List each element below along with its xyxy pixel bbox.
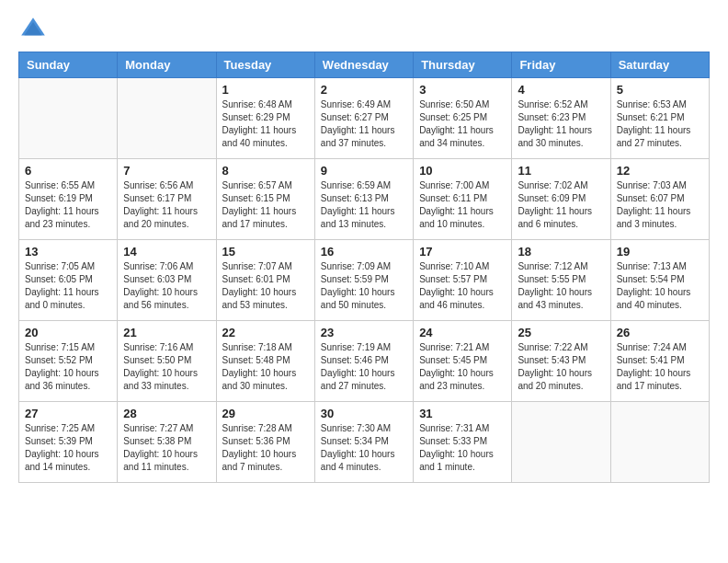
day-number: 25 bbox=[518, 326, 604, 339]
calendar-day-cell: 9Sunrise: 6:59 AM Sunset: 6:13 PM Daylig… bbox=[314, 159, 413, 240]
day-detail: Sunrise: 7:24 AM Sunset: 5:41 PM Dayligh… bbox=[617, 341, 703, 393]
calendar-day-cell: 18Sunrise: 7:12 AM Sunset: 5:55 PM Dayli… bbox=[512, 240, 610, 321]
calendar-day-cell: 7Sunrise: 6:56 AM Sunset: 6:17 PM Daylig… bbox=[118, 159, 216, 240]
calendar-day-cell: 14Sunrise: 7:06 AM Sunset: 6:03 PM Dayli… bbox=[118, 240, 216, 321]
day-number: 8 bbox=[222, 164, 309, 178]
day-number: 19 bbox=[617, 245, 703, 259]
logo-icon bbox=[18, 15, 48, 44]
day-number: 10 bbox=[419, 164, 506, 178]
day-of-week-header: Tuesday bbox=[216, 52, 314, 78]
calendar-day-cell: 10Sunrise: 7:00 AM Sunset: 6:11 PM Dayli… bbox=[414, 159, 512, 240]
day-number: 26 bbox=[617, 326, 703, 339]
day-number: 30 bbox=[321, 407, 407, 420]
day-number: 13 bbox=[25, 245, 111, 259]
day-detail: Sunrise: 6:50 AM Sunset: 6:25 PM Dayligh… bbox=[419, 98, 506, 150]
day-detail: Sunrise: 7:15 AM Sunset: 5:52 PM Dayligh… bbox=[25, 341, 111, 393]
day-number: 29 bbox=[222, 407, 309, 420]
calendar-day-cell: 26Sunrise: 7:24 AM Sunset: 5:41 PM Dayli… bbox=[610, 321, 709, 402]
day-of-week-header: Saturday bbox=[610, 52, 709, 78]
day-number: 21 bbox=[123, 326, 210, 339]
calendar-day-cell: 22Sunrise: 7:18 AM Sunset: 5:48 PM Dayli… bbox=[216, 321, 314, 402]
day-number: 14 bbox=[123, 245, 210, 259]
day-number: 5 bbox=[617, 83, 703, 97]
day-number: 17 bbox=[419, 245, 506, 259]
day-number: 3 bbox=[419, 83, 506, 97]
day-detail: Sunrise: 7:21 AM Sunset: 5:45 PM Dayligh… bbox=[419, 341, 506, 393]
day-detail: Sunrise: 7:30 AM Sunset: 5:34 PM Dayligh… bbox=[321, 422, 407, 474]
calendar-week-row: 6Sunrise: 6:55 AM Sunset: 6:19 PM Daylig… bbox=[19, 159, 710, 240]
day-number: 6 bbox=[25, 164, 111, 178]
day-detail: Sunrise: 7:22 AM Sunset: 5:43 PM Dayligh… bbox=[518, 341, 604, 393]
day-number: 4 bbox=[518, 83, 604, 97]
calendar-day-cell: 4Sunrise: 6:52 AM Sunset: 6:23 PM Daylig… bbox=[512, 78, 610, 159]
calendar-day-cell: 20Sunrise: 7:15 AM Sunset: 5:52 PM Dayli… bbox=[19, 321, 118, 402]
day-detail: Sunrise: 7:02 AM Sunset: 6:09 PM Dayligh… bbox=[518, 179, 604, 231]
day-detail: Sunrise: 7:19 AM Sunset: 5:46 PM Dayligh… bbox=[321, 341, 407, 393]
day-of-week-header: Friday bbox=[512, 52, 610, 78]
calendar-week-row: 27Sunrise: 7:25 AM Sunset: 5:39 PM Dayli… bbox=[19, 402, 710, 483]
calendar-table: SundayMondayTuesdayWednesdayThursdayFrid… bbox=[18, 52, 710, 483]
calendar-day-cell: 3Sunrise: 6:50 AM Sunset: 6:25 PM Daylig… bbox=[414, 78, 512, 159]
day-detail: Sunrise: 7:18 AM Sunset: 5:48 PM Dayligh… bbox=[222, 341, 309, 393]
day-detail: Sunrise: 7:06 AM Sunset: 6:03 PM Dayligh… bbox=[123, 260, 210, 312]
day-number: 23 bbox=[321, 326, 407, 339]
day-number: 31 bbox=[419, 407, 506, 420]
logo bbox=[18, 15, 51, 44]
day-detail: Sunrise: 6:57 AM Sunset: 6:15 PM Dayligh… bbox=[222, 179, 309, 231]
calendar-week-row: 13Sunrise: 7:05 AM Sunset: 6:05 PM Dayli… bbox=[19, 240, 710, 321]
day-detail: Sunrise: 7:31 AM Sunset: 5:33 PM Dayligh… bbox=[419, 422, 506, 474]
calendar-day-cell: 27Sunrise: 7:25 AM Sunset: 5:39 PM Dayli… bbox=[19, 402, 118, 483]
calendar-day-cell: 12Sunrise: 7:03 AM Sunset: 6:07 PM Dayli… bbox=[610, 159, 709, 240]
calendar-day-cell: 31Sunrise: 7:31 AM Sunset: 5:33 PM Dayli… bbox=[414, 402, 512, 483]
calendar-day-cell: 30Sunrise: 7:30 AM Sunset: 5:34 PM Dayli… bbox=[314, 402, 413, 483]
day-detail: Sunrise: 7:27 AM Sunset: 5:38 PM Dayligh… bbox=[123, 422, 210, 474]
day-detail: Sunrise: 6:55 AM Sunset: 6:19 PM Dayligh… bbox=[25, 179, 111, 231]
calendar-header-row: SundayMondayTuesdayWednesdayThursdayFrid… bbox=[19, 52, 710, 78]
day-number: 9 bbox=[321, 164, 407, 178]
calendar-day-cell: 25Sunrise: 7:22 AM Sunset: 5:43 PM Dayli… bbox=[512, 321, 610, 402]
day-number: 18 bbox=[518, 245, 604, 259]
day-number: 15 bbox=[222, 245, 309, 259]
calendar-day-cell bbox=[118, 78, 216, 159]
calendar-day-cell: 8Sunrise: 6:57 AM Sunset: 6:15 PM Daylig… bbox=[216, 159, 314, 240]
calendar-day-cell bbox=[610, 402, 709, 483]
calendar-day-cell: 1Sunrise: 6:48 AM Sunset: 6:29 PM Daylig… bbox=[216, 78, 314, 159]
calendar-day-cell: 29Sunrise: 7:28 AM Sunset: 5:36 PM Dayli… bbox=[216, 402, 314, 483]
calendar-day-cell: 5Sunrise: 6:53 AM Sunset: 6:21 PM Daylig… bbox=[610, 78, 709, 159]
calendar-day-cell: 23Sunrise: 7:19 AM Sunset: 5:46 PM Dayli… bbox=[314, 321, 413, 402]
calendar-day-cell: 21Sunrise: 7:16 AM Sunset: 5:50 PM Dayli… bbox=[118, 321, 216, 402]
day-number: 12 bbox=[617, 164, 703, 178]
calendar-day-cell bbox=[19, 78, 118, 159]
day-detail: Sunrise: 7:05 AM Sunset: 6:05 PM Dayligh… bbox=[25, 260, 111, 312]
calendar-day-cell: 6Sunrise: 6:55 AM Sunset: 6:19 PM Daylig… bbox=[19, 159, 118, 240]
calendar-day-cell: 13Sunrise: 7:05 AM Sunset: 6:05 PM Dayli… bbox=[19, 240, 118, 321]
day-number: 27 bbox=[25, 407, 111, 420]
day-detail: Sunrise: 6:48 AM Sunset: 6:29 PM Dayligh… bbox=[222, 98, 309, 150]
day-detail: Sunrise: 7:12 AM Sunset: 5:55 PM Dayligh… bbox=[518, 260, 604, 312]
calendar-container: SundayMondayTuesdayWednesdayThursdayFrid… bbox=[0, 52, 728, 492]
day-detail: Sunrise: 7:03 AM Sunset: 6:07 PM Dayligh… bbox=[617, 179, 703, 231]
day-of-week-header: Sunday bbox=[19, 52, 118, 78]
day-of-week-header: Thursday bbox=[414, 52, 512, 78]
day-of-week-header: Monday bbox=[118, 52, 216, 78]
day-detail: Sunrise: 7:13 AM Sunset: 5:54 PM Dayligh… bbox=[617, 260, 703, 312]
day-detail: Sunrise: 7:07 AM Sunset: 6:01 PM Dayligh… bbox=[222, 260, 309, 312]
day-number: 11 bbox=[518, 164, 604, 178]
day-number: 24 bbox=[419, 326, 506, 339]
calendar-day-cell: 16Sunrise: 7:09 AM Sunset: 5:59 PM Dayli… bbox=[314, 240, 413, 321]
calendar-day-cell: 19Sunrise: 7:13 AM Sunset: 5:54 PM Dayli… bbox=[610, 240, 709, 321]
calendar-day-cell: 11Sunrise: 7:02 AM Sunset: 6:09 PM Dayli… bbox=[512, 159, 610, 240]
day-number: 20 bbox=[25, 326, 111, 339]
day-detail: Sunrise: 6:49 AM Sunset: 6:27 PM Dayligh… bbox=[321, 98, 407, 150]
day-detail: Sunrise: 7:25 AM Sunset: 5:39 PM Dayligh… bbox=[25, 422, 111, 474]
day-number: 22 bbox=[222, 326, 309, 339]
day-number: 16 bbox=[321, 245, 407, 259]
calendar-week-row: 20Sunrise: 7:15 AM Sunset: 5:52 PM Dayli… bbox=[19, 321, 710, 402]
day-detail: Sunrise: 7:28 AM Sunset: 5:36 PM Dayligh… bbox=[222, 422, 309, 474]
calendar-week-row: 1Sunrise: 6:48 AM Sunset: 6:29 PM Daylig… bbox=[19, 78, 710, 159]
page-header bbox=[0, 0, 728, 52]
day-detail: Sunrise: 6:52 AM Sunset: 6:23 PM Dayligh… bbox=[518, 98, 604, 150]
day-detail: Sunrise: 7:00 AM Sunset: 6:11 PM Dayligh… bbox=[419, 179, 506, 231]
day-detail: Sunrise: 7:16 AM Sunset: 5:50 PM Dayligh… bbox=[123, 341, 210, 393]
calendar-day-cell: 15Sunrise: 7:07 AM Sunset: 6:01 PM Dayli… bbox=[216, 240, 314, 321]
